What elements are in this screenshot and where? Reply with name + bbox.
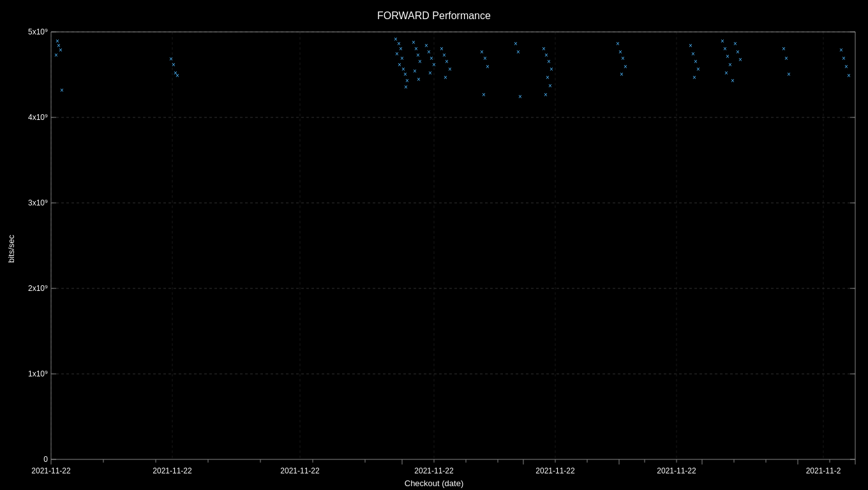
x-tick-4: 2021-11-22 — [414, 466, 454, 475]
svg-text:×: × — [723, 45, 727, 52]
x-tick-5: 2021-11-22 — [535, 466, 575, 475]
svg-text:×: × — [444, 74, 447, 81]
svg-text:×: × — [691, 50, 695, 57]
svg-text:×: × — [516, 48, 520, 56]
svg-text:×: × — [733, 40, 737, 47]
svg-text:×: × — [839, 47, 843, 54]
svg-text:×: × — [514, 40, 518, 47]
svg-text:×: × — [547, 58, 551, 65]
x-tick-7: 2021-11-2 — [806, 466, 841, 475]
svg-text:×: × — [738, 56, 742, 63]
svg-text:×: × — [428, 70, 432, 77]
svg-text:×: × — [621, 55, 625, 62]
svg-text:×: × — [726, 53, 730, 60]
svg-text:×: × — [844, 63, 848, 70]
x-tick-6: 2021-11-22 — [657, 466, 696, 475]
svg-text:×: × — [432, 61, 436, 68]
svg-text:×: × — [418, 58, 422, 65]
svg-text:×: × — [483, 55, 487, 62]
svg-text:×: × — [721, 38, 724, 45]
svg-text:×: × — [60, 87, 64, 94]
chart-svg: FORWARD Performance bits/sec Checkout (d… — [0, 0, 868, 490]
svg-text:×: × — [694, 58, 698, 65]
svg-text:×: × — [448, 66, 452, 73]
svg-text:×: × — [445, 58, 449, 65]
svg-text:×: × — [624, 63, 627, 70]
svg-text:×: × — [54, 52, 58, 59]
svg-text:×: × — [544, 91, 548, 98]
chart-container: FORWARD Performance bits/sec Checkout (d… — [0, 0, 868, 490]
svg-text:×: × — [842, 55, 846, 62]
y-tick-4e9: 4x10⁹ — [28, 113, 48, 122]
svg-text:×: × — [782, 45, 786, 52]
svg-text:×: × — [413, 68, 417, 75]
svg-text:×: × — [620, 71, 624, 78]
svg-text:×: × — [731, 77, 735, 84]
svg-text:×: × — [696, 66, 700, 73]
svg-text:×: × — [486, 63, 490, 70]
svg-text:×: × — [736, 48, 740, 56]
svg-text:×: × — [172, 61, 176, 68]
svg-text:×: × — [616, 40, 620, 47]
svg-text:×: × — [692, 74, 696, 81]
y-tick-2e9: 2x10⁹ — [28, 284, 48, 293]
svg-text:×: × — [399, 45, 403, 52]
y-tick-3e9: 3x10⁹ — [28, 198, 48, 207]
svg-text:×: × — [550, 66, 553, 73]
chart-title: FORWARD Performance — [377, 10, 491, 21]
svg-text:×: × — [482, 91, 486, 98]
y-tick-5e9: 5x10⁹ — [28, 27, 48, 36]
svg-text:×: × — [404, 84, 408, 91]
svg-text:×: × — [518, 93, 522, 100]
svg-text:×: × — [689, 42, 692, 49]
svg-text:×: × — [176, 72, 179, 79]
svg-text:×: × — [546, 74, 550, 81]
x-axis-label: Checkout (date) — [405, 479, 464, 488]
svg-text:×: × — [847, 72, 851, 79]
y-tick-0: 0 — [43, 455, 48, 464]
y-tick-1e9: 1x10⁹ — [28, 369, 48, 378]
y-axis-label: bits/sec — [6, 234, 16, 263]
svg-text:×: × — [724, 70, 728, 77]
x-tick-3: 2021-11-22 — [280, 466, 320, 475]
svg-text:×: × — [728, 61, 732, 68]
svg-text:×: × — [59, 47, 63, 54]
svg-text:×: × — [395, 50, 399, 57]
svg-text:×: × — [548, 82, 552, 89]
svg-text:×: × — [784, 55, 788, 62]
svg-text:×: × — [787, 71, 791, 78]
x-tick-1: 2021-11-22 — [31, 466, 71, 475]
svg-text:×: × — [417, 76, 421, 83]
x-tick-2: 2021-11-22 — [153, 466, 192, 475]
